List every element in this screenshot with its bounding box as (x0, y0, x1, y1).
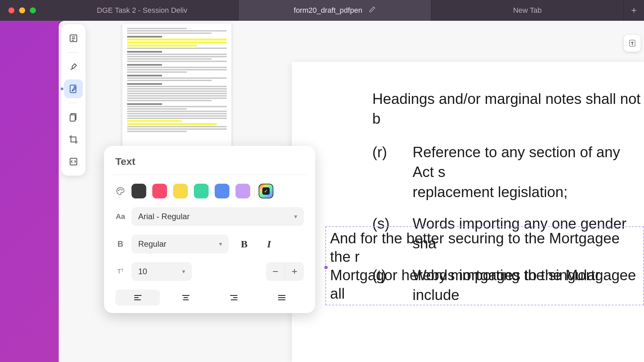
italic-button[interactable]: I (260, 235, 278, 253)
font-select[interactable]: Arial - Regular ▾ (131, 207, 304, 226)
svg-point-10 (118, 190, 119, 191)
document-page[interactable]: Headings and/or marginal notes shall not… (292, 62, 644, 362)
annotate-tool-button[interactable] (64, 79, 83, 98)
color-row: ✓ (113, 184, 307, 198)
tab-label: form20_draft_pdfpen (294, 6, 362, 15)
color-green-button[interactable] (194, 184, 209, 198)
add-tab-button[interactable] (624, 6, 644, 14)
color-red-button[interactable] (152, 184, 167, 198)
weight-icon: B (115, 239, 125, 249)
doc-item-text: Reference to any section of any Act srep… (413, 142, 644, 202)
tab-item[interactable]: New Tab (431, 0, 624, 21)
color-purple-button[interactable] (235, 184, 250, 198)
pencil-icon (369, 6, 376, 15)
font-icon: Aa (115, 212, 125, 221)
svg-text:T: T (631, 41, 634, 46)
color-blue-button[interactable] (215, 184, 229, 198)
svg-point-11 (120, 189, 120, 190)
color-yellow-button[interactable] (173, 184, 188, 198)
tools-toolbar (61, 24, 86, 176)
weight-value: Regular (138, 239, 166, 249)
font-value: Arial - Regular (138, 212, 190, 221)
align-left-button[interactable] (115, 290, 160, 306)
sync-tool-button[interactable] (64, 152, 83, 171)
text-editing-box[interactable]: And for the better securing to the Mortg… (325, 226, 644, 305)
chevron-down-icon: ▾ (219, 240, 222, 248)
size-value: 10 (138, 267, 147, 276)
highlighter-tool-button[interactable] (64, 57, 83, 76)
tab-label: New Tab (513, 6, 542, 15)
active-indicator-icon (61, 87, 63, 90)
align-right-button[interactable] (211, 290, 256, 306)
bold-button[interactable]: B (235, 235, 254, 253)
text-format-toggle-button[interactable]: T (624, 35, 641, 52)
alignment-row (113, 290, 307, 306)
weight-row: B Regular ▾ B I (113, 235, 307, 253)
resize-handle[interactable] (324, 266, 328, 269)
custom-color-button[interactable]: ✓ (259, 184, 273, 198)
chevron-down-icon: ▾ (182, 268, 185, 275)
palette-icon (115, 187, 125, 195)
tab-label: DGE Task 2 - Session Deliv (97, 6, 187, 15)
close-window-button[interactable] (8, 7, 14, 13)
crop-tool-button[interactable] (64, 130, 83, 149)
tab-item[interactable]: DGE Task 2 - Session Deliv (46, 0, 238, 21)
align-center-button[interactable] (163, 290, 208, 306)
size-stepper: − + (266, 262, 304, 281)
doc-item-marker: (r) (372, 142, 413, 202)
chevron-down-icon: ▾ (294, 213, 297, 220)
text-format-panel: Text ✓ Aa Arial - Regular ▾ B Regular ▾ … (104, 146, 315, 313)
page-thumbnail[interactable] (122, 23, 231, 151)
tab-item[interactable]: form20_draft_pdfpen (238, 0, 431, 21)
font-row: Aa Arial - Regular ▾ (113, 207, 307, 226)
color-divider (254, 184, 255, 198)
size-select[interactable]: 10 ▾ (131, 262, 192, 281)
toolbar-separator (68, 103, 78, 103)
doc-item: (r) Reference to any section of any Act … (372, 142, 644, 202)
traffic-lights (8, 7, 36, 13)
pages-tool-button[interactable] (64, 108, 83, 127)
increase-size-button[interactable]: + (285, 262, 304, 281)
doc-heading-text: Headings and/or marginal notes shall not… (372, 89, 644, 129)
panel-title: Text (113, 156, 307, 175)
toolbar-separator (68, 52, 78, 53)
size-row: TT 10 ▾ − + (113, 262, 307, 281)
svg-point-12 (121, 190, 122, 190)
tabs-container: DGE Task 2 - Session Deliv form20_draft_… (46, 0, 624, 21)
fullscreen-window-button[interactable] (30, 7, 36, 13)
align-justify-button[interactable] (259, 290, 304, 306)
text-size-icon: TT (115, 268, 125, 275)
svg-rect-8 (70, 115, 75, 121)
outline-tool-button[interactable] (64, 29, 83, 48)
color-black-button[interactable] (131, 184, 146, 198)
weight-select[interactable]: Regular ▾ (131, 235, 229, 253)
window-titlebar: DGE Task 2 - Session Deliv form20_draft_… (0, 0, 644, 21)
checkmark-icon: ✓ (262, 187, 270, 195)
decrease-size-button[interactable]: − (266, 262, 285, 281)
minimize-window-button[interactable] (19, 7, 25, 13)
